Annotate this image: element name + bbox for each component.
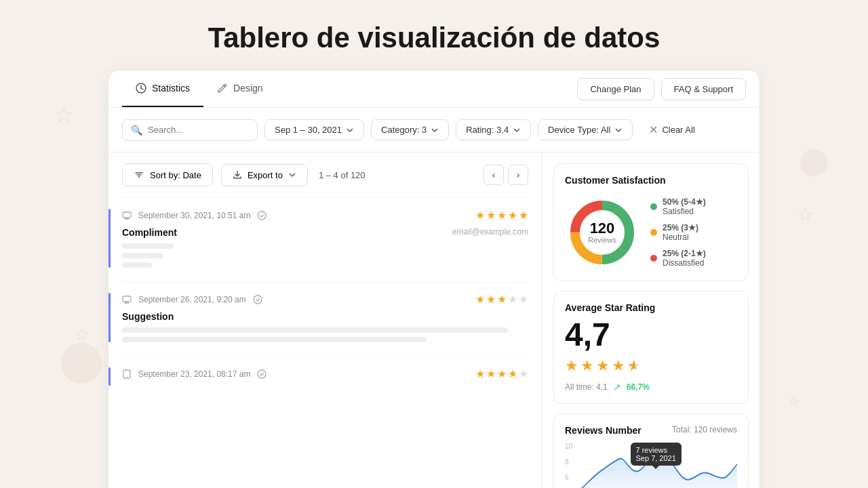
page-navigation: ‹ › [484,165,528,185]
next-page-button[interactable]: › [508,165,528,185]
review-meta-3: September 23, 2021, 08:17 am ★ ★ ★ ★ ★ [122,367,528,380]
average-rating-card: Average Star Rating 4,7 ★ ★ ★ ★ ★ ★ All … [553,291,749,404]
review-meta-left: September 30, 2021, 10:51 am [122,211,267,220]
chart-tooltip: 7 reviews Sep 7, 2021 [631,443,682,466]
category-filter[interactable]: Category: 3 [371,119,449,140]
reviews-chart-header: Reviews Number Total: 120 reviews [565,425,737,436]
reviews-chart-card: Reviews Number Total: 120 reviews 10 8 6… [553,413,749,488]
date-filter[interactable]: Sep 1 – 30, 2021 [264,119,364,140]
rating-filter[interactable]: Rating: 3,4 [456,119,531,140]
stats-panel: Customer Satisfaction [542,152,760,488]
review-stars-3: ★ ★ ★ ★ ★ [475,367,528,380]
export-button[interactable]: Export to [221,164,308,186]
chevron-down-icon-2 [431,126,439,134]
main-content: Sort by: Date Export to 1 – 4 of 120 ‹ › [108,152,760,488]
review-item-3: September 23, 2021, 08:17 am ★ ★ ★ ★ ★ [122,356,528,396]
nav-tabs: Statistics Design [122,70,277,107]
donut-center: 120 Reviews [588,221,616,244]
tablet-icon [122,369,132,379]
satisfied-dot [650,203,657,210]
neutral-label: 25% (3★) Neutral [663,223,698,242]
sort-icon [134,169,144,180]
svg-rect-3 [123,296,131,302]
svg-point-2 [258,211,266,220]
chevron-down-icon [346,126,354,134]
deco-star-4: ☆ [788,393,800,409]
verified-icon [257,211,267,220]
trend-arrow-icon: ↗ [613,382,621,392]
reviews-panel: Sort by: Date Export to 1 – 4 of 120 ‹ › [108,152,542,488]
review-email: email@example.com [452,227,528,237]
review-date-3: September 23, 2021, 08:17 am [138,369,250,379]
reviews-total: Total: 120 reviews [672,425,737,434]
change-plan-button[interactable]: Change Plan [577,78,654,100]
deco-star-1: ☆ [54,102,74,127]
avg-rating-value: 4,7 [565,317,737,353]
nav-right: Change Plan FAQ & Support [577,78,746,100]
stats-icon [136,83,146,94]
review-date: September 30, 2021, 10:51 am [138,211,250,220]
chevron-export-icon [288,171,296,179]
donut-chart: 120 Reviews [565,195,639,270]
search-icon: 🔍 [131,125,142,136]
desktop-icon-2 [122,295,132,304]
customer-satisfaction-card: Customer Satisfaction [553,163,749,281]
review-stars: ★ ★ ★ ★ ★ [475,209,528,222]
chevron-down-icon-4 [614,126,623,134]
review-date-2: September 26, 2021, 9:20 am [138,295,246,304]
dashboard-card: Statistics Design Change Plan FAQ & Supp… [108,70,760,488]
review-title: Compliment [122,227,177,238]
review-meta-left-2: September 26, 2021, 9:20 am [122,295,262,304]
verified-icon-3 [257,369,267,379]
reviews-chart-title: Reviews Number [565,425,642,436]
chart-y-labels: 10 8 6 4 [565,443,572,488]
reviews-toolbar: Sort by: Date Export to 1 – 4 of 120 ‹ › [122,163,528,186]
review-meta: September 30, 2021, 10:51 am ★ ★ ★ ★ ★ [122,209,528,222]
svg-rect-1 [123,212,131,218]
search-box[interactable]: 🔍 [122,119,258,141]
sort-button[interactable]: Sort by: Date [122,163,213,186]
device-filter[interactable]: Device Type: All [538,119,633,140]
review-item: September 26, 2021, 9:20 am ★ ★ ★ ★ ★ [122,281,528,353]
svg-point-4 [254,296,262,304]
desktop-icon [122,211,132,220]
review-title-2: Suggestion [122,311,528,322]
clear-button[interactable]: ✕ Clear All [639,119,704,141]
tab-design[interactable]: Design [203,70,277,107]
review-item: September 30, 2021, 10:51 am ★ ★ ★ ★ ★ [122,197,528,279]
svg-point-7 [258,370,266,378]
prev-page-button[interactable]: ‹ [484,165,504,185]
avg-rating-title: Average Star Rating [565,302,737,313]
close-icon: ✕ [649,123,658,136]
review-meta-2: September 26, 2021, 9:20 am ★ ★ ★ ★ ★ [122,293,528,306]
chevron-down-icon-3 [513,126,521,134]
tab-statistics[interactable]: Statistics [122,70,203,107]
satisfaction-title: Customer Satisfaction [565,175,737,186]
deco-star-3: ☆ [797,203,814,226]
satisfaction-content: 120 Reviews 50% (5-4★) Satisfied [565,195,737,270]
filter-bar: 🔍 Sep 1 – 30, 2021 Category: 3 Rating: 3… [108,108,760,152]
chart-area: 10 8 6 4 7 reviews Sep 7, 2021 [565,443,737,488]
deco-star-2: ☆ [75,325,90,344]
verified-icon-2 [253,295,262,304]
review-meta-left-3: September 23, 2021, 08:17 am [122,369,267,379]
search-input[interactable] [148,125,249,135]
faq-support-button[interactable]: FAQ & Support [661,78,746,100]
pagination-info: 1 – 4 of 120 [319,170,366,180]
export-icon [233,170,242,180]
neutral-dot [650,229,657,236]
dissatisfied-dot [650,255,657,262]
top-nav: Statistics Design Change Plan FAQ & Supp… [108,70,760,108]
deco-circle-2 [800,149,827,176]
review-text [122,243,177,268]
design-icon [217,83,228,94]
legend-dissatisfied: 25% (2-1★) Dissatisfied [650,249,706,268]
deco-circle-1 [61,343,102,384]
legend-satisfied: 50% (5-4★) Satisfied [650,197,706,216]
review-stars-2: ★ ★ ★ ★ ★ [475,293,528,306]
page-title: Tablero de visualización de datos [0,0,868,70]
satisfaction-legend: 50% (5-4★) Satisfied 25% (3★) Neutral [650,197,706,268]
avg-footer: All time: 4,1 ↗ 66,7% [565,382,737,392]
svg-point-6 [126,376,127,378]
legend-neutral: 25% (3★) Neutral [650,223,706,242]
